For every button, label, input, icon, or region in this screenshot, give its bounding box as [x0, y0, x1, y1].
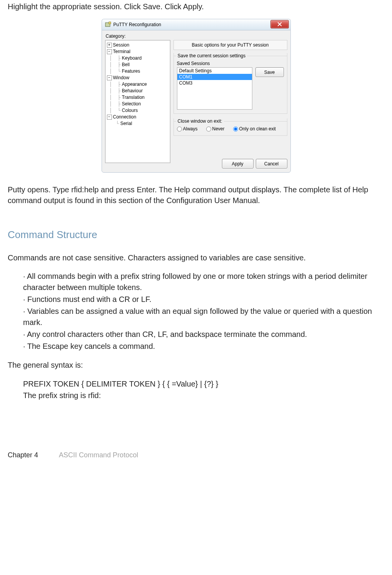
tree-item-translation[interactable]: │ ├ Translation: [107, 94, 168, 101]
saved-sessions-list[interactable]: Default Settings COM1 COM3: [177, 67, 252, 110]
right-panel: Basic options for your PuTTY session Sav…: [173, 40, 287, 168]
save-button[interactable]: Save: [255, 67, 284, 77]
close-group-title: Close window on exit:: [176, 118, 224, 124]
bullet-list: · All commands begin with a prefix strin…: [23, 271, 384, 352]
section-heading: Command Structure: [8, 229, 384, 241]
footer-chapter: Chapter 4: [8, 451, 38, 459]
tree-item-session[interactable]: +Session: [107, 42, 168, 48]
apply-button[interactable]: Apply: [222, 159, 254, 168]
syntax-intro: The general syntax is:: [8, 360, 384, 370]
bullet-item: · Functions must end with a CR or LF.: [23, 294, 384, 305]
close-button[interactable]: [270, 20, 289, 28]
intro-text: Highlight the appropriate session. Click…: [8, 2, 384, 12]
window-title: PuTTY Reconfiguration: [113, 22, 162, 27]
titlebar: PuTTY Reconfiguration: [102, 19, 291, 30]
putty-screenshot: PuTTY Reconfiguration Category: +Session…: [8, 19, 384, 173]
tree-item-connection[interactable]: −Connection: [107, 114, 168, 120]
syntax-block: PREFIX TOKEN { DELIMITER TOKEN } { { =Va…: [23, 378, 384, 401]
post-image-text: Putty opens. Type rfid:help and press En…: [8, 184, 384, 206]
tree-item-colours[interactable]: │ └ Colours: [107, 107, 168, 114]
dialog-body: Category: +Session −Terminal │ ├ Keyboar…: [102, 30, 291, 173]
category-label: Category:: [106, 33, 287, 39]
list-item[interactable]: COM1: [177, 74, 252, 80]
panel-title: Basic options for your PuTTY session: [173, 40, 287, 50]
tree-item-keyboard[interactable]: │ ├ Keyboard: [107, 55, 168, 62]
close-on-exit-group: Close window on exit: Always Never Only …: [173, 118, 287, 136]
radio-never[interactable]: Never: [206, 126, 225, 132]
list-item[interactable]: COM3: [177, 80, 252, 86]
tree-item-features[interactable]: │ └ Features: [107, 68, 168, 75]
svg-rect-1: [109, 22, 111, 24]
save-session-group: Save the current session settings Saved …: [173, 53, 287, 114]
bullet-item: · Any control characters other than CR, …: [23, 329, 384, 340]
save-group-title: Save the current session settings: [176, 53, 247, 58]
cancel-button[interactable]: Cancel: [256, 159, 287, 168]
tree-item-window[interactable]: −Window: [107, 75, 168, 81]
bullet-item: · The Escape key cancels a command.: [23, 341, 384, 352]
tree-item-bell[interactable]: │ ├ Bell: [107, 62, 168, 68]
putty-window: PuTTY Reconfiguration Category: +Session…: [102, 19, 291, 173]
radio-always[interactable]: Always: [177, 126, 198, 132]
category-tree[interactable]: +Session −Terminal │ ├ Keyboard │ ├ Bell…: [105, 40, 170, 163]
page-footer: Chapter 4 ASCII Command Protocol: [8, 451, 384, 459]
tree-item-appearance[interactable]: │ ├ Appearance: [107, 81, 168, 88]
bullet-item: · Variables can be assigned a value with…: [23, 306, 384, 328]
bullet-item: · All commands begin with a prefix strin…: [23, 271, 384, 293]
footer-section: ASCII Command Protocol: [59, 451, 138, 459]
radio-clean-exit[interactable]: Only on clean exit: [233, 126, 276, 132]
tree-item-serial[interactable]: └ Serial: [107, 120, 168, 127]
close-icon: [277, 22, 282, 27]
list-item[interactable]: Default Settings: [177, 68, 252, 74]
saved-sessions-label: Saved Sessions: [177, 61, 284, 66]
cs-intro: Commands are not case sensitive. Charact…: [8, 252, 384, 263]
tree-item-behaviour[interactable]: │ ├ Behaviour: [107, 88, 168, 94]
app-icon: [105, 22, 111, 28]
syntax-line: PREFIX TOKEN { DELIMITER TOKEN } { { =Va…: [23, 378, 384, 390]
tree-item-selection[interactable]: │ ├ Selection: [107, 101, 168, 107]
prefix-line: The prefix string is rfid:: [23, 390, 384, 401]
tree-item-terminal[interactable]: −Terminal: [107, 48, 168, 55]
